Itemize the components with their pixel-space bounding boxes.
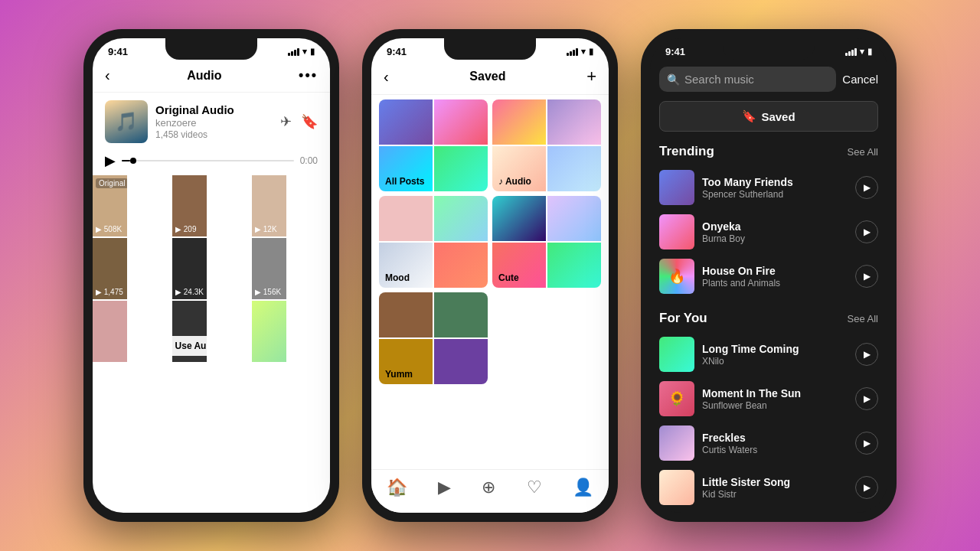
video-thumb-2[interactable]: ▶ 209 xyxy=(172,175,207,236)
music-artist-1: Spencer Sutherland xyxy=(702,189,848,200)
mini-20 xyxy=(434,339,488,384)
mini-6 xyxy=(547,99,601,145)
back-button-saved[interactable]: ‹ xyxy=(384,68,389,86)
trending-item-1[interactable]: Too Many Friends Spencer Sutherland ▶ xyxy=(659,165,878,210)
video-thumb-6[interactable]: ▶ 156K xyxy=(252,238,286,299)
music-artist-fy4: Kid Sistr xyxy=(702,489,848,500)
for-you-item-3[interactable]: Freckles Curtis Waters ▶ xyxy=(659,421,878,465)
mini-18 xyxy=(434,292,488,337)
for-you-title: For You xyxy=(659,311,707,326)
collection-label-mood: Mood xyxy=(385,272,410,283)
progress-dot xyxy=(130,158,136,164)
trending-item-3[interactable]: 🔥 House On Fire Plants and Animals ▶ xyxy=(659,254,878,298)
collection-empty xyxy=(492,292,601,384)
mini-1 xyxy=(379,99,433,145)
music-thumb-fy1 xyxy=(659,337,694,372)
music-title-fy4: Little Sister Song xyxy=(702,476,848,488)
wifi-icon-2: ▾ xyxy=(581,47,586,57)
bookmark-icon[interactable]: 🔖 xyxy=(301,113,318,130)
mini-9 xyxy=(379,196,433,241)
use-audio-label: Use Audio xyxy=(175,341,207,351)
play-button-2[interactable]: ▶ xyxy=(855,220,878,243)
play-button-fy1[interactable]: ▶ xyxy=(855,343,878,366)
video-thumb-7[interactable] xyxy=(93,301,127,362)
for-you-header: For You See All xyxy=(659,311,878,326)
for-you-item-2[interactable]: 🌻 Moment In The Sun Sunflower Bean ▶ xyxy=(659,377,878,421)
bookmark-icon-music: 🔖 xyxy=(742,109,756,123)
video-thumb-1[interactable]: Original ▶ 508K xyxy=(93,175,127,236)
music-thumb-fy4 xyxy=(659,470,694,505)
trending-section: Trending See All Too Many Friends Spence… xyxy=(650,138,887,302)
play-button-fy4[interactable]: ▶ xyxy=(855,476,878,499)
music-info-fy1: Long Time Coming XNilo xyxy=(702,343,848,367)
music-info-3: House On Fire Plants and Animals xyxy=(702,265,848,289)
video-count-5: ▶ 24.3K xyxy=(175,288,204,296)
trending-item-2[interactable]: Onyeka Burna Boy ▶ xyxy=(659,210,878,254)
mini-13 xyxy=(492,196,546,241)
back-button[interactable]: ‹ xyxy=(105,67,110,84)
music-info-fy3: Freckles Curtis Waters xyxy=(702,432,848,455)
saved-music-button[interactable]: 🔖 Saved xyxy=(659,101,878,132)
saved-header: ‹ Saved + xyxy=(371,60,609,95)
audio-actions: ✈ 🔖 xyxy=(280,113,318,130)
collection-all-posts[interactable]: All Posts xyxy=(379,99,488,191)
footer-likes-icon[interactable]: ♡ xyxy=(527,478,542,497)
music-info-1: Too Many Friends Spencer Sutherland xyxy=(702,176,848,200)
search-bar-row: 🔍 Search music Cancel xyxy=(650,60,887,98)
play-button-3[interactable]: ▶ xyxy=(855,265,878,288)
footer-home-icon[interactable]: 🏠 xyxy=(387,478,407,497)
mini-4 xyxy=(434,146,488,191)
collection-label-audio: ♪ Audio xyxy=(498,176,531,187)
play-button-fy2[interactable]: ▶ xyxy=(855,387,878,410)
video-count-3: ▶ 12K xyxy=(255,225,277,233)
add-collection-button[interactable]: + xyxy=(586,67,596,86)
for-you-item-1[interactable]: Long Time Coming XNilo ▶ xyxy=(659,332,878,377)
collection-audio[interactable]: ♪ Audio xyxy=(492,99,601,191)
status-time-1: 9:41 xyxy=(108,46,128,57)
play-button-1[interactable]: ▶ xyxy=(855,176,878,199)
footer-reels-icon[interactable]: ▶ xyxy=(438,478,451,497)
music-artist-2: Burna Boy xyxy=(702,233,848,244)
mini-17 xyxy=(379,292,433,337)
audio-header: ‹ Audio ••• xyxy=(93,60,330,93)
saved-title: Saved xyxy=(469,70,505,83)
progress-bar[interactable] xyxy=(122,160,294,161)
for-you-item-4[interactable]: Little Sister Song Kid Sistr ▶ xyxy=(659,465,878,510)
video-thumb-4[interactable]: ▶ 1,475 xyxy=(93,238,127,299)
collection-mood[interactable]: Mood xyxy=(379,196,488,288)
menu-dots[interactable]: ••• xyxy=(299,67,318,83)
video-thumb-8[interactable]: 📷 Use Audio xyxy=(172,301,207,362)
phone-audio: 9:41 ▾ ▮ ‹ Audio ••• 🎵 Original Audio ke… xyxy=(83,29,339,522)
music-info-2: Onyeka Burna Boy xyxy=(702,220,848,244)
mini-8 xyxy=(547,146,601,191)
status-icons-3: ▾ ▮ xyxy=(845,47,872,57)
video-grid: Original ▶ 508K ▶ 209 ▶ 12K ▶ 1,475 ▶ 24… xyxy=(93,175,330,362)
audio-progress: ▶ 0:00 xyxy=(93,151,330,175)
video-count-6: ▶ 156K xyxy=(255,288,281,296)
video-thumb-3[interactable]: ▶ 12K xyxy=(252,175,286,236)
share-icon[interactable]: ✈ xyxy=(280,113,292,130)
mini-2 xyxy=(434,99,488,145)
mini-10 xyxy=(434,196,488,241)
search-input-wrap[interactable]: 🔍 Search music xyxy=(659,67,836,92)
footer-add-icon[interactable]: ⊕ xyxy=(482,478,495,497)
music-title-2: Onyeka xyxy=(702,220,848,233)
video-thumb-9[interactable] xyxy=(252,301,286,362)
collection-cute[interactable]: Cute xyxy=(492,196,601,288)
cancel-button[interactable]: Cancel xyxy=(842,73,878,86)
audio-info: 🎵 Original Audio kenzoere 1,458 videos ✈… xyxy=(93,93,330,151)
for-you-see-all[interactable]: See All xyxy=(848,313,878,324)
play-button[interactable]: ▶ xyxy=(105,152,116,169)
signal-icon xyxy=(288,48,299,56)
audio-video-count: 1,458 videos xyxy=(155,129,273,140)
progress-time: 0:00 xyxy=(300,155,318,166)
audio-details: Original Audio kenzoere 1,458 videos xyxy=(155,103,273,140)
play-button-fy3[interactable]: ▶ xyxy=(855,432,878,455)
footer-profile-icon[interactable]: 👤 xyxy=(573,478,593,497)
collection-yumm[interactable]: Yumm xyxy=(379,292,488,384)
use-audio-button[interactable]: 📷 Use Audio xyxy=(172,336,207,356)
music-container: 9:41 ▾ ▮ 🔍 Search music xyxy=(650,38,887,513)
video-thumb-5[interactable]: ▶ 24.3K xyxy=(172,238,207,299)
trending-see-all[interactable]: See All xyxy=(848,146,878,158)
saved-btn-row: 🔖 Saved xyxy=(650,98,887,138)
